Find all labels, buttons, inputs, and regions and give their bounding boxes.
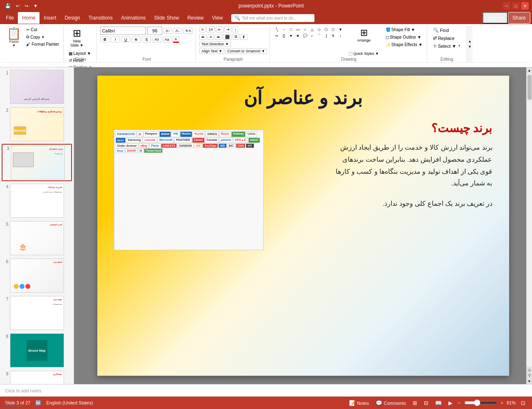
bullets-button[interactable]: ≡	[199, 27, 205, 32]
format-painter-button[interactable]: 🖌 Format Painter	[25, 41, 61, 47]
shadow-button[interactable]: S	[142, 37, 151, 42]
scroll-next-slide-btn[interactable]: ▽	[527, 372, 532, 378]
close-button[interactable]: ✕	[521, 2, 529, 10]
justify-button[interactable]: ⬛	[223, 34, 232, 40]
select-button[interactable]: ⊹ Select ▼ ▼	[431, 42, 463, 49]
increase-indent-button[interactable]: ⇥	[224, 27, 232, 32]
slide-thumb-5[interactable]: 5 قدرت احساس 🎂	[2, 220, 72, 256]
clear-format-button[interactable]: ✕A	[183, 28, 193, 34]
right-text-area[interactable]: برند چیست؟ برند می‌تواند ارزش کالا و خدم…	[334, 121, 492, 210]
align-center-button[interactable]: ≡	[208, 34, 214, 40]
notes-button[interactable]: 📝 Notes	[347, 399, 371, 407]
shape-hexagon[interactable]: ⬡	[330, 27, 337, 32]
shape-triangle[interactable]: △	[309, 27, 315, 32]
scroll-thumb[interactable]	[527, 75, 532, 100]
new-slide-button[interactable]: ⊞ New Slide ▼	[67, 27, 87, 49]
scroll-prev-slide-btn[interactable]: △	[527, 367, 532, 372]
normal-view-button[interactable]: ⊞	[411, 399, 419, 407]
menu-transitions[interactable]: Transitions	[84, 12, 117, 24]
font-size-input[interactable]	[147, 27, 162, 35]
menu-view[interactable]: View	[208, 12, 227, 24]
shape-arrow2[interactable]: ⇒	[273, 33, 280, 39]
font-color-button[interactable]: A	[173, 36, 179, 43]
shape-curve[interactable]: ⌒	[316, 33, 322, 39]
shape-pentagon[interactable]: ⬠	[323, 27, 329, 32]
ribbon-scroll-down[interactable]: ▼	[468, 44, 473, 49]
align-text-button[interactable]: Align Text ▼	[199, 48, 224, 54]
slide-thumb-2[interactable]: 2 برندبرندسازی و تبلیغات BRAND	[2, 106, 72, 142]
menu-slideshow[interactable]: Slide Show	[150, 12, 183, 24]
shape-down-arrow[interactable]: ↓	[337, 33, 344, 39]
decrease-indent-button[interactable]: ⇤	[216, 27, 223, 32]
character-spacing-button[interactable]: AV	[152, 37, 161, 42]
shape-arrow[interactable]: →	[280, 27, 287, 32]
shape-rounded-rect[interactable]: ▭	[294, 27, 301, 32]
copy-button[interactable]: ⧉ Copy ▼	[25, 34, 61, 40]
scroll-up-button[interactable]: ▲	[527, 67, 532, 73]
shape-rect[interactable]: □	[287, 27, 294, 32]
slide-canvas[interactable]: برند و عناصر آن KENWOOD K Pampers BMW VW…	[97, 76, 509, 376]
zoom-slider[interactable]	[464, 399, 497, 406]
redo-button[interactable]: ↪	[23, 2, 30, 10]
paste-button[interactable]: 📋 Paste ▼	[4, 27, 24, 52]
save-button[interactable]: 💾	[3, 2, 12, 10]
shape-outline-button[interactable]: ◻ Shape Outline ▼	[384, 34, 424, 40]
shape-fill-button[interactable]: 🪣 Shape Fill ▼	[384, 27, 424, 33]
slide-thumb-4[interactable]: 4 نام برند و شرکت متن توضیحات درباره نام…	[2, 183, 72, 219]
shape-diamond[interactable]: ◇	[316, 27, 322, 32]
columns-button[interactable]: ⧉	[233, 34, 239, 40]
shape-bracket[interactable]: {}	[280, 33, 287, 39]
reading-view-button[interactable]: 📖	[433, 399, 443, 407]
shape-connector[interactable]: ↯	[330, 33, 337, 39]
slide-thumb-3[interactable]: 3 برند و عناصر آن برند چیست؟	[2, 144, 72, 181]
shape-freeform[interactable]: ∫	[323, 33, 329, 39]
font-size-label-button[interactable]: Aa	[163, 37, 171, 42]
brands-image[interactable]: KENWOOD K Pampers BMW VW Makita ♥Levis O…	[114, 130, 264, 250]
minimize-button[interactable]: ─	[503, 2, 510, 10]
menu-file[interactable]: File	[2, 12, 18, 24]
font-name-input[interactable]	[100, 27, 146, 35]
text-direction-button[interactable]: ⬆	[240, 34, 247, 40]
customize-quick-access-button[interactable]: ▼	[32, 2, 40, 9]
section-button[interactable]: ▤ Section ▼	[67, 64, 94, 67]
replace-button[interactable]: ⇄ Replace	[431, 34, 463, 42]
underline-button[interactable]: U	[121, 37, 130, 42]
share-button[interactable]: Share	[508, 12, 530, 24]
scroll-down-button[interactable]: ▼	[527, 378, 532, 384]
slide-thumb-6[interactable]: 6 اجزای برند	[2, 258, 72, 293]
arrange-button[interactable]: ⊞ Arrange	[347, 27, 380, 49]
shape-more[interactable]: ▼	[337, 27, 344, 32]
menu-design[interactable]: Design	[60, 12, 84, 24]
cut-button[interactable]: ✂ Cut	[25, 27, 61, 33]
shape-callout[interactable]: 💬	[302, 33, 308, 39]
menu-home[interactable]: Home	[18, 12, 40, 24]
align-left-button[interactable]: ⬅	[199, 34, 207, 40]
numbered-list-button[interactable]: 1≡	[206, 27, 215, 32]
slide-title[interactable]: برند و عناصر آن	[244, 87, 363, 108]
quick-styles-button[interactable]: ⬚ Quick Styles ▼	[347, 50, 380, 57]
slide-thumb-7[interactable]: 7 هویت برند متن توضیحات...	[2, 295, 72, 331]
fit-slide-button[interactable]: ⊡	[519, 399, 527, 407]
menu-animations[interactable]: Animations	[117, 12, 150, 24]
shape-star[interactable]: ★	[294, 33, 301, 39]
increase-font-button[interactable]: A↑	[163, 28, 172, 34]
decrease-font-button[interactable]: A↓	[173, 28, 182, 34]
undo-button[interactable]: ↩	[14, 2, 21, 10]
slideshow-button[interactable]: ▶	[447, 399, 454, 407]
menu-review[interactable]: Review	[183, 12, 208, 24]
ribbon-scroll-up[interactable]: ▲	[468, 39, 473, 44]
convert-smartart-button[interactable]: Convert to SmartArt ▼	[225, 48, 267, 54]
shape-line[interactable]: ╲	[273, 27, 280, 32]
comments-button[interactable]: 💬 Comments	[374, 399, 408, 407]
line-spacing-button[interactable]: ↕	[233, 27, 239, 32]
sign-in-button[interactable]: Sign in	[483, 12, 508, 24]
slide-thumb-1[interactable]: 1 بسم الله الرحمن الرحیم	[2, 69, 72, 105]
slide-thumb-8[interactable]: 8 Brand Map	[2, 333, 72, 368]
notes-area[interactable]: Click to add notes	[0, 384, 532, 397]
slide-thumb-9[interactable]: 9 نتیجه‌گیری	[2, 370, 72, 384]
strikethrough-button[interactable]: S	[131, 37, 141, 42]
text-direction-dropdown[interactable]: Text Direction ▼	[199, 41, 231, 47]
menu-insert[interactable]: Insert	[40, 12, 60, 24]
shape-effects-button[interactable]: ✨ Shape Effects ▼	[384, 42, 424, 48]
shape-brace[interactable]: ⌐	[309, 33, 315, 39]
